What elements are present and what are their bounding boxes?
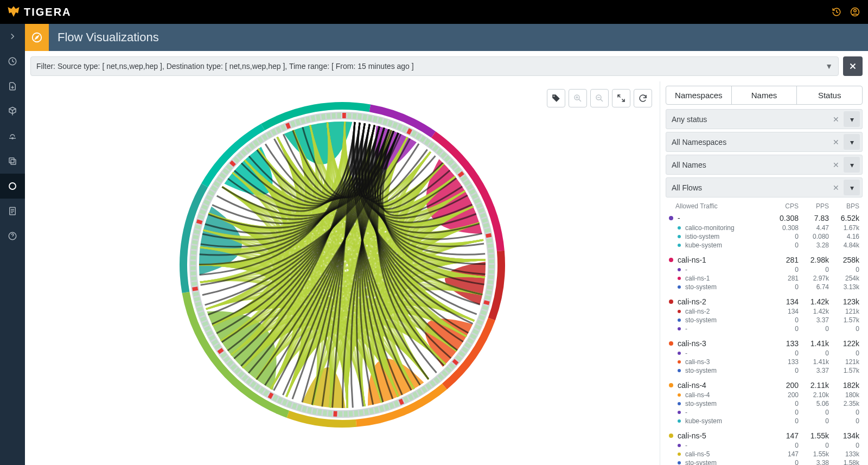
fullscreen-button[interactable]	[612, 89, 630, 107]
group-bps: 6.52k	[829, 214, 859, 222]
item-bps: 180k	[829, 391, 859, 399]
list-item[interactable]: - 0 0 0	[666, 349, 863, 358]
caret-down-icon[interactable]: ▾	[844, 180, 860, 195]
sidebar-item-help[interactable]	[0, 224, 25, 249]
clear-filter-button[interactable]	[843, 56, 863, 76]
select-status-value: Any status	[672, 115, 828, 124]
list-item[interactable]: - 0 0 0	[666, 408, 863, 417]
close-icon[interactable]: ✕	[828, 138, 844, 146]
item-cps: 134	[768, 308, 799, 315]
list-item[interactable]: cali-ns-5 147 1.55k 133k	[666, 450, 863, 458]
sidebar-item-copy[interactable]	[0, 149, 25, 174]
tab-names[interactable]: Names	[731, 86, 797, 104]
sidebar-toggle[interactable]	[0, 24, 25, 49]
list-item[interactable]: cali-ns-2 134 1.42k 121k	[666, 307, 863, 316]
group-cps: 133	[768, 339, 799, 348]
tag-button[interactable]	[547, 89, 565, 107]
list-item[interactable]: sto-system 0 3.38 1.58k	[666, 458, 863, 465]
tab-namespaces[interactable]: Namespaces	[666, 86, 731, 104]
list-item[interactable]: calico-monitoring 0.308 4.47 1.67k	[666, 224, 863, 232]
filter-bar: Filter: Source type: [ net,ns,wep,hep ],…	[25, 51, 868, 81]
group-row[interactable]: - 0.308 7.83 6.52k	[666, 211, 863, 224]
sidebar-item-dashboard[interactable]	[0, 49, 25, 74]
sidebar-item-apps[interactable]	[0, 99, 25, 124]
close-icon[interactable]: ✕	[828, 183, 844, 192]
chord-diagram[interactable]	[169, 91, 516, 438]
item-bps: 1.58k	[829, 459, 859, 465]
group-pps: 7.83	[799, 214, 829, 222]
item-pps: 0	[799, 409, 829, 416]
group-row[interactable]: cali-ns-3 133 1.41k 122k	[666, 336, 863, 349]
select-flows-value: All Flows	[672, 183, 828, 192]
brand-logo[interactable]: TIGERA	[7, 5, 72, 19]
color-dot-icon	[669, 258, 673, 262]
svg-line-19	[579, 99, 581, 101]
item-name: -	[685, 325, 768, 333]
item-bps: 3.13k	[829, 283, 859, 291]
list-item[interactable]: istio-system 0 0.080 4.16	[666, 232, 863, 241]
color-dot-icon	[678, 226, 681, 230]
svg-rect-5	[9, 158, 14, 163]
list-item[interactable]: kube-system 0 3.28 4.84k	[666, 241, 863, 250]
list-item[interactable]: cali-ns-1 281 2.97k 254k	[666, 274, 863, 283]
item-cps: 281	[768, 275, 799, 282]
user-icon[interactable]	[848, 5, 861, 18]
group-name: -	[678, 214, 768, 222]
sidebar-item-export[interactable]	[0, 74, 25, 99]
traffic-tree[interactable]: - 0.308 7.83 6.52k calico-monitoring 0.3…	[666, 211, 863, 465]
list-item[interactable]: - 0 0 0	[666, 324, 863, 333]
caret-down-icon[interactable]: ▾	[844, 111, 860, 127]
zoom-in-button[interactable]	[569, 89, 587, 107]
item-bps: 254k	[829, 275, 859, 282]
canvas-toolbar	[547, 89, 652, 107]
caret-down-icon[interactable]: ▾	[844, 134, 860, 150]
item-name: -	[685, 349, 768, 357]
group-row[interactable]: cali-ns-1 281 2.98k 258k	[666, 253, 863, 265]
group-row[interactable]: cali-ns-4 200 2.11k 182k	[666, 378, 863, 391]
group-name: cali-ns-3	[678, 339, 768, 348]
caret-down-icon[interactable]: ▾	[844, 157, 860, 173]
chord-canvas[interactable]	[25, 81, 660, 465]
list-item[interactable]: kube-system 0 0 0	[666, 417, 863, 425]
select-namespaces[interactable]: All Namespaces ✕ ▾	[666, 132, 863, 152]
list-item[interactable]: sto-system 0 3.37 1.57k	[666, 366, 863, 375]
close-icon[interactable]: ✕	[828, 115, 844, 124]
list-item[interactable]: sto-system 0 5.06 2.35k	[666, 399, 863, 408]
color-dot-icon	[678, 419, 681, 423]
sidebar-item-reports[interactable]	[0, 199, 25, 224]
item-name: istio-system	[685, 233, 768, 240]
item-cps: 0	[768, 409, 799, 416]
sidebar-item-flowviz[interactable]	[0, 174, 25, 199]
item-pps: 6.74	[799, 283, 829, 291]
item-name: sto-system	[685, 459, 768, 465]
metrics-title: Allowed Traffic	[675, 202, 768, 210]
tab-status[interactable]: Status	[796, 86, 862, 104]
list-item[interactable]: sto-system 0 3.37 1.57k	[666, 316, 863, 324]
group-pps: 2.98k	[799, 256, 829, 264]
list-item[interactable]: - 0 0 0	[666, 441, 863, 450]
item-name: sto-system	[685, 283, 768, 291]
list-item[interactable]: - 0 0 0	[666, 265, 863, 274]
list-item[interactable]: cali-ns-4 200 2.10k 180k	[666, 391, 863, 399]
list-item[interactable]: sto-system 0 6.74 3.13k	[666, 283, 863, 291]
item-bps: 0	[829, 409, 859, 416]
item-cps: 0	[768, 266, 799, 273]
select-names[interactable]: All Names ✕ ▾	[666, 155, 863, 175]
group-row[interactable]: cali-ns-5 147 1.55k 134k	[666, 429, 863, 441]
group-name: cali-ns-5	[678, 431, 768, 440]
item-cps: 0	[768, 316, 799, 324]
filter-input[interactable]: Filter: Source type: [ net,ns,wep,hep ],…	[30, 56, 839, 76]
close-icon[interactable]: ✕	[828, 161, 844, 169]
select-flows[interactable]: All Flows ✕ ▾	[666, 177, 863, 198]
color-dot-icon	[678, 402, 681, 405]
select-status[interactable]: Any status ✕ ▾	[666, 109, 863, 129]
history-icon[interactable]	[830, 5, 843, 18]
zoom-out-button[interactable]	[590, 89, 609, 107]
refresh-button[interactable]	[634, 89, 652, 107]
item-cps: 0	[768, 325, 799, 333]
group-cps: 134	[768, 297, 799, 306]
group-row[interactable]: cali-ns-2 134 1.42k 123k	[666, 295, 863, 307]
sidebar-item-network[interactable]	[0, 124, 25, 149]
list-item[interactable]: cali-ns-3 133 1.41k 121k	[666, 358, 863, 366]
topbar: TIGERA	[0, 0, 868, 24]
